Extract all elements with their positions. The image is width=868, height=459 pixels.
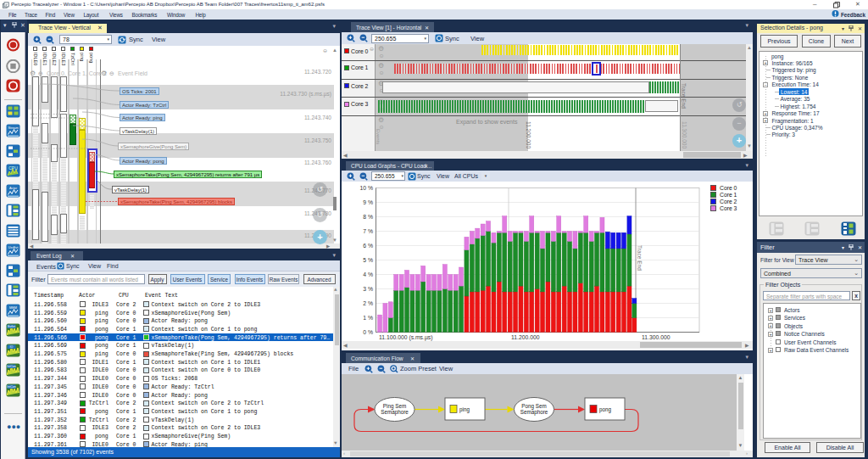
svg-text:Semaphore: Semaphore xyxy=(381,409,409,416)
svg-text:Semaphore: Semaphore xyxy=(520,409,548,416)
svg-text:MEM: MEM xyxy=(9,305,17,309)
svg-text:pong: pong xyxy=(599,406,612,413)
svg-text:Actor: Actor xyxy=(9,186,18,189)
svg-text:ping: ping xyxy=(459,406,470,413)
svg-text:IntCon: IntCon xyxy=(7,365,16,368)
svg-text:IntCon: IntCon xyxy=(7,385,16,389)
svg-text:CPU: CPU xyxy=(8,165,18,171)
svg-text:EvtInt: EvtInt xyxy=(8,325,15,328)
svg-text:UsrEvt: UsrEvt xyxy=(8,246,19,249)
svg-text:Stream: Stream xyxy=(8,126,18,130)
svg-text:IO: IO xyxy=(10,345,14,349)
